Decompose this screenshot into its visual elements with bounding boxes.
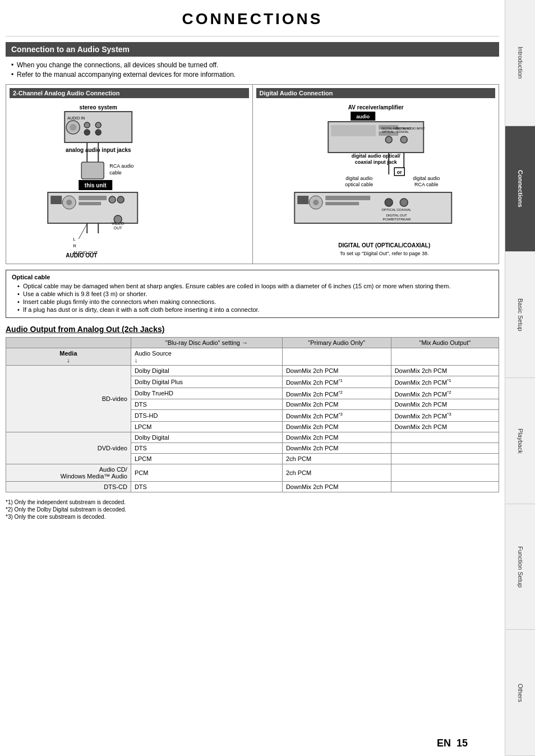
mix-cell: DownMix 2ch PCM*3: [391, 410, 499, 422]
digital-diagram: Digital Audio Connection AV receiver/amp…: [253, 85, 499, 264]
analog-svg: stereo system AUDIO IN R L analog audio …: [10, 102, 249, 259]
section1-header: Connection to an Audio System: [6, 42, 499, 57]
optical-note-item-3: Insert cable plugs firmly into the conne…: [17, 298, 493, 305]
svg-rect-23: [79, 196, 107, 200]
primary-cell: DownMix 2ch PCM: [282, 481, 391, 492]
svg-rect-20: [50, 196, 62, 204]
primary-cell: DownMix 2ch PCM: [282, 366, 391, 376]
svg-text:or: or: [396, 169, 402, 175]
col-mix-empty: [391, 348, 499, 366]
svg-point-6: [95, 122, 101, 128]
svg-point-63: [313, 200, 319, 205]
optical-note-item-1: Optical cable may be damaged when bent a…: [17, 283, 493, 289]
col-primary-empty: [282, 348, 391, 366]
svg-text:R: R: [73, 243, 76, 248]
svg-text:digital audio: digital audio: [345, 176, 372, 181]
svg-text:PCM/BITSTREAM: PCM/BITSTREAM: [382, 218, 410, 221]
mix-cell: DownMix 2ch PCM: [391, 399, 499, 410]
svg-text:AUDIO OUT: AUDIO OUT: [66, 252, 97, 259]
svg-point-49: [400, 136, 407, 143]
svg-text:L: L: [73, 237, 76, 242]
group-cell: BD-video: [6, 366, 131, 432]
svg-rect-61: [297, 196, 308, 204]
mix-cell: DownMix 2ch PCM: [391, 366, 499, 376]
svg-text:DIGITAL OUT (OPTICAL/COAXIAL): DIGITAL OUT (OPTICAL/COAXIAL): [338, 242, 430, 248]
page-number: 15: [456, 737, 468, 749]
source-cell: DTS: [131, 481, 282, 492]
optical-note: Optical cable Optical cable may be damag…: [6, 270, 499, 318]
svg-point-25: [109, 196, 116, 203]
svg-point-7: [84, 130, 90, 135]
sidebar-tab-basic-setup[interactable]: Basic Setup: [505, 252, 535, 378]
group-cell: Audio CD/Windows Media™ Audio: [6, 464, 131, 481]
group-cell: DVD-video: [6, 432, 131, 464]
svg-text:RCA audio: RCA audio: [109, 163, 133, 169]
source-cell: Dolby Digital: [131, 432, 282, 442]
bullet-2: Refer to the manual accompanying externa…: [11, 71, 499, 79]
svg-text:DIGITAL OUT: DIGITAL OUT: [386, 214, 407, 217]
svg-line-32: [79, 224, 87, 239]
footnotes: *1) Only the independent substream is de…: [6, 499, 499, 520]
mix-cell: DownMix 2ch PCM*1: [391, 376, 499, 388]
footnote-2: *2) Only the Dolby Digital substream is …: [6, 506, 499, 513]
source-cell: DTS: [131, 442, 282, 453]
sidebar-tab-function-setup[interactable]: Function Setup: [505, 504, 535, 630]
svg-text:this unit: this unit: [85, 182, 107, 188]
primary-cell: DownMix 2ch PCM*1: [282, 376, 391, 388]
group-cell: DTS-CD: [6, 481, 131, 492]
svg-rect-64: [325, 196, 370, 200]
diagram-area: 2-Channel Analog Audio Connection stereo…: [6, 84, 499, 264]
intro-bullets: When you change the connections, all dev…: [11, 61, 499, 79]
primary-cell: DownMix 2ch PCM: [282, 421, 391, 432]
audio-source-label: Audio Source ↓: [131, 348, 282, 366]
svg-text:OPTICAL: OPTICAL: [382, 130, 394, 133]
main-content: CONNECTIONS Connection to an Audio Syste…: [0, 0, 505, 756]
table-row: DVD-videoDolby DigitalDownMix 2ch PCM: [6, 432, 499, 442]
primary-cell: DownMix 2ch PCM*3: [282, 410, 391, 422]
mix-cell: [391, 481, 499, 492]
col-bluray-setting: "Blu-ray Disc Audio" setting →: [131, 338, 282, 348]
optical-note-title: Optical cable: [12, 274, 493, 280]
svg-point-67: [400, 199, 408, 206]
svg-text:OPTICAL: OPTICAL: [381, 208, 396, 211]
primary-cell: DownMix 2ch PCM: [282, 442, 391, 453]
audio-output-header: Audio Output from Analog Out (2ch Jacks): [6, 325, 499, 334]
svg-point-48: [385, 136, 392, 143]
primary-cell: DownMix 2ch PCM*2: [282, 388, 391, 399]
footnote-1: *1) Only the independent substream is de…: [6, 499, 499, 505]
source-cell: DTS: [131, 399, 282, 410]
svg-text:optical cable: optical cable: [345, 182, 373, 187]
digital-svg: AV receiver/amplifier audio DIGITAL AUDI…: [256, 102, 496, 259]
svg-point-22: [66, 200, 72, 205]
primary-cell: DownMix 2ch PCM: [282, 432, 391, 442]
source-cell: LPCM: [131, 421, 282, 432]
svg-rect-14: [81, 162, 104, 179]
audio-output-table: "Blu-ray Disc Audio" setting → "Primary …: [6, 337, 499, 492]
svg-text:audio: audio: [356, 114, 370, 119]
svg-text:coaxial input jack: coaxial input jack: [354, 159, 397, 165]
en-label: EN: [437, 737, 451, 749]
sidebar-tab-introduction[interactable]: Introduction: [505, 0, 535, 126]
mix-cell: [391, 432, 499, 442]
svg-text:AUDIO IN: AUDIO IN: [67, 116, 85, 120]
optical-note-item-2: Use a cable which is 9.8 feet (3 m) or s…: [17, 291, 493, 297]
source-cell: Dolby Digital: [131, 366, 282, 376]
svg-text:To set up "Digital Out", refer: To set up "Digital Out", refer to page 3…: [340, 251, 428, 256]
svg-text:OUT: OUT: [114, 226, 123, 230]
col-mix: "Mix Audio Output": [391, 338, 499, 348]
svg-text:digital audio optical/: digital audio optical/: [351, 153, 400, 159]
table-row: BD-videoDolby DigitalDownMix 2ch PCMDown…: [6, 366, 499, 376]
svg-point-5: [84, 122, 90, 128]
page-title: CONNECTIONS: [6, 4, 499, 36]
svg-text:stereo system: stereo system: [80, 104, 117, 110]
col-primary: "Primary Audio Only": [282, 338, 391, 348]
primary-cell: 2ch PCM: [282, 453, 391, 464]
primary-cell: 2ch PCM: [282, 464, 391, 481]
sidebar-tab-others[interactable]: Others: [505, 630, 535, 756]
svg-point-66: [385, 199, 393, 206]
source-cell: Dolby Digital Plus: [131, 376, 282, 388]
svg-rect-41: [331, 125, 376, 136]
sidebar-tab-connections[interactable]: Connections: [505, 126, 535, 252]
sidebar-tab-playback[interactable]: Playback: [505, 378, 535, 504]
digital-header: Digital Audio Connection: [256, 88, 496, 98]
